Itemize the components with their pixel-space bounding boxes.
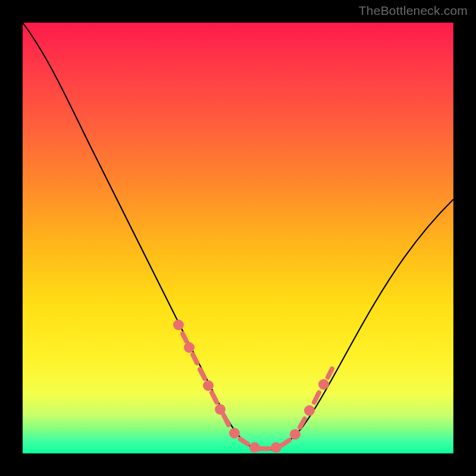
bottleneck-curve xyxy=(23,23,453,450)
marker-cluster-left xyxy=(176,322,228,425)
svg-point-11 xyxy=(252,444,258,450)
chart-frame: TheBottleneck.com xyxy=(0,0,476,476)
watermark-text: TheBottleneck.com xyxy=(359,4,468,18)
svg-point-7 xyxy=(217,406,223,412)
svg-point-0 xyxy=(176,322,181,328)
svg-line-4 xyxy=(200,369,205,378)
svg-point-19 xyxy=(321,381,327,387)
plot-area xyxy=(23,23,453,453)
marker-cluster-right xyxy=(292,369,332,437)
svg-point-5 xyxy=(205,383,211,389)
svg-line-20 xyxy=(328,369,332,377)
svg-point-9 xyxy=(231,430,237,436)
svg-point-13 xyxy=(273,444,279,450)
svg-line-8 xyxy=(224,415,228,425)
marker-cluster-bottom xyxy=(231,430,289,450)
svg-line-3 xyxy=(193,355,197,363)
svg-point-2 xyxy=(186,345,192,350)
svg-line-1 xyxy=(183,334,186,341)
svg-line-6 xyxy=(212,393,217,402)
curve-layer xyxy=(23,23,453,453)
svg-point-15 xyxy=(292,431,298,437)
svg-line-14 xyxy=(282,440,289,445)
svg-line-10 xyxy=(240,439,248,444)
svg-line-18 xyxy=(314,393,319,402)
svg-point-17 xyxy=(306,408,312,414)
